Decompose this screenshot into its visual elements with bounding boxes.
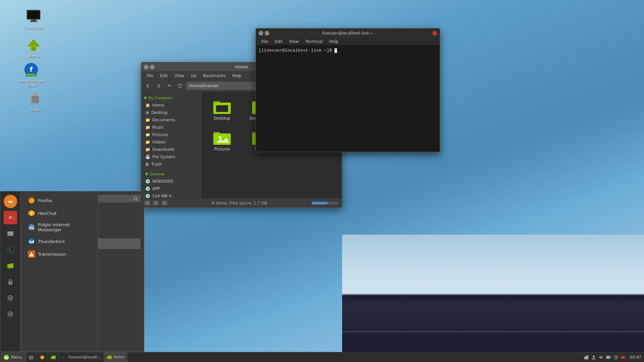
file-manager-maximize-btn[interactable] [150, 65, 155, 69]
sidebar-btn-files[interactable] [4, 227, 17, 240]
taskbar-files-btn[interactable] [26, 352, 37, 362]
desktop-folder-label: Desktop [214, 116, 230, 121]
app-firefox[interactable]: Firefox [24, 195, 94, 206]
term-menu-file[interactable]: File [259, 39, 271, 45]
sidebar-btn-terminal[interactable]: $_ [4, 243, 17, 256]
svg-text:m: m [8, 199, 13, 204]
desktop-icon-home[interactable]: Home [18, 35, 49, 60]
fm-menu-view[interactable]: View [172, 73, 186, 79]
sidebar-btn-settings1[interactable] [4, 291, 17, 305]
fm-sidebar-524mb[interactable]: 💿 524 MB V... [141, 192, 201, 198]
pidgin-label: Pidgin Internet Messenger [38, 222, 91, 232]
fm-item-size-btn[interactable]: ⊞ [145, 200, 150, 205]
fm-menu-file[interactable]: File [144, 73, 156, 79]
fm-refresh-btn[interactable] [175, 81, 185, 90]
battery-icon[interactable] [606, 355, 611, 360]
sidebar-btn-lock[interactable] [4, 275, 17, 289]
fm-back-btn[interactable] [143, 81, 153, 90]
network-icon[interactable] [584, 355, 589, 360]
taskbar-right: ! 03:47 [581, 355, 644, 360]
computer-icon-img [25, 8, 42, 24]
app-transmission[interactable]: Transmission [24, 248, 94, 260]
file-manager-window-controls-left [144, 65, 155, 69]
svg-rect-118 [607, 356, 609, 358]
terminal-maximize-btn[interactable] [265, 31, 269, 36]
sidebar-btn-red[interactable]: ✕ [4, 211, 17, 224]
notifications-icon[interactable]: ! [621, 355, 626, 360]
fm-sidebar-app[interactable]: 💿 APP [141, 185, 201, 192]
fm-sidebar-filesystem[interactable]: 💾 File System [141, 153, 201, 161]
fm-sidebar-trash[interactable]: 🗑 Trash [141, 161, 201, 168]
term-menu-view[interactable]: View [286, 39, 301, 45]
desktop-wallpaper-scene [342, 235, 644, 352]
trash-icon-label: Trash [30, 108, 41, 112]
svg-point-90 [219, 136, 221, 139]
svg-text:✕: ✕ [8, 215, 12, 220]
terminal-minimize-btn[interactable] [259, 31, 263, 36]
taskbar-firefox-btn[interactable] [37, 352, 48, 362]
svg-rect-21 [7, 231, 13, 236]
taskbar-files2-btn[interactable] [48, 352, 59, 362]
fm-forward-btn[interactable] [154, 81, 163, 90]
sidebar-btn-mint[interactable]: m [4, 195, 17, 208]
taskbar-home-item[interactable]: Home [104, 352, 127, 362]
sidebar-desktop-label: Desktop [151, 110, 168, 115]
app-thunderbird[interactable]: Thunderbird [24, 236, 94, 247]
fm-file-desktop[interactable]: Desktop [207, 97, 237, 123]
pidgin-icon [28, 224, 35, 231]
home-icon-img [25, 37, 42, 53]
fm-sidebar-downloads[interactable]: 📁 Downloads [141, 146, 201, 153]
file-manager-statusbar: ⊞ ⊡ ⊟ 8 items, Free space: 1.7 GB [141, 198, 342, 207]
sidebar-filesystem-label: File System [152, 155, 175, 159]
fm-sidebar-videos[interactable]: 📁 Videos [141, 138, 201, 146]
taskbar-home-label: Home [113, 355, 124, 359]
fm-sidebar-documents[interactable]: 📁 Documents [141, 116, 201, 124]
location-path: /home/liveuser [189, 83, 219, 88]
svg-text:!: ! [623, 356, 624, 359]
fm-sidebar-music[interactable]: 📁 Music [141, 124, 201, 131]
fm-size-btn3[interactable]: ⊟ [161, 200, 167, 205]
sidebar-devices-expand[interactable]: ▼ [145, 172, 148, 176]
svg-rect-6 [32, 47, 35, 51]
svg-text:INSTALL: INSTALL [26, 74, 36, 76]
sidebar-music-label: Music [152, 125, 164, 130]
sidebar-home-icon: 🏠 [145, 103, 150, 108]
fm-sidebar-pictures[interactable]: 📁 Pictures [141, 131, 201, 138]
terminal-body[interactable]: [liveuser@localhost-live ~]$ [256, 45, 440, 152]
app-hexchat[interactable]: # HexChat [24, 207, 94, 219]
sidebar-filesystem-icon: 💾 [145, 155, 150, 159]
sidebar-btn-settings2[interactable] [4, 307, 17, 321]
fm-file-pictures[interactable]: Pictures [207, 128, 237, 154]
term-menu-edit[interactable]: Edit [272, 39, 285, 45]
sidebar-524mb-label: 524 MB V... [152, 194, 175, 198]
app-pidgin[interactable]: Pidgin Internet Messenger [24, 220, 94, 234]
desktop-icon-trash[interactable]: Trash [20, 89, 50, 114]
fm-size-btn2[interactable]: ⊡ [153, 200, 159, 205]
fm-menu-edit[interactable]: Edit [157, 73, 170, 79]
term-menu-terminal[interactable]: Terminal [303, 39, 325, 45]
sidebar-expand-icon[interactable]: ▼ [144, 96, 147, 100]
taskbar-menu-btn[interactable]: m Menu [0, 352, 26, 362]
volume-icon[interactable] [599, 355, 603, 360]
desktop-icon-install[interactable]: f INSTALL Install to Hard Drive [16, 60, 46, 89]
fm-up-btn[interactable] [165, 81, 174, 90]
fm-menu-go[interactable]: Go [188, 73, 199, 79]
terminal-close-btn[interactable] [432, 31, 437, 36]
user-icon[interactable] [591, 355, 596, 360]
taskbar-terminal-item[interactable]: $_ liveuser@localh... [59, 352, 104, 362]
fm-sidebar-windows[interactable]: 💿 WINDOWS [141, 178, 201, 185]
hexchat-icon: # [28, 209, 35, 217]
desktop-icon-computer[interactable]: Computer [18, 7, 49, 32]
taskbar-firefox-icon [40, 355, 45, 360]
terminal-prompt-text: [liveuser@localhost-live ~]$ [259, 48, 334, 53]
sidebar-524mb-icon: 💿 [145, 194, 150, 198]
sidebar-home-label: Home [152, 103, 164, 108]
fm-menu-bookmarks[interactable]: Bookmarks [200, 73, 228, 79]
term-menu-help[interactable]: Help [327, 39, 341, 45]
sidebar-btn-folder-green[interactable] [4, 259, 17, 273]
fm-sidebar-home[interactable]: 🏠 Home [141, 102, 201, 109]
update-icon[interactable] [613, 355, 618, 360]
file-manager-minimize-btn[interactable] [144, 65, 149, 69]
fm-menu-help[interactable]: Help [230, 73, 244, 79]
fm-sidebar-desktop[interactable]: 🖥 Desktop [141, 109, 201, 116]
